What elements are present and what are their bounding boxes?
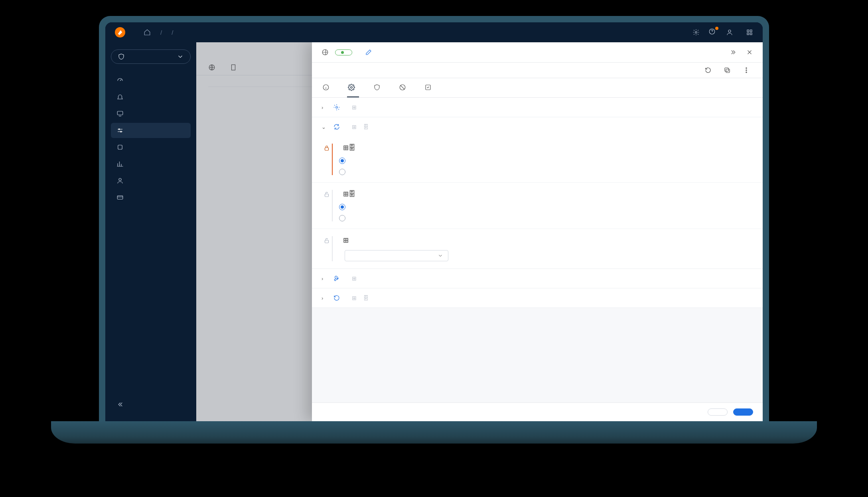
tab-exclusions[interactable]: [398, 78, 410, 97]
windows-icon: ⊞: [352, 104, 357, 110]
svg-point-0: [695, 32, 697, 34]
svg-rect-10: [118, 145, 122, 150]
svg-rect-27: [325, 194, 329, 197]
edit-icon[interactable]: [365, 49, 372, 56]
lock-icon[interactable]: [323, 144, 330, 152]
tab-overview[interactable]: [322, 78, 333, 97]
duplicate-button[interactable]: [724, 67, 734, 74]
shield-icon: [373, 84, 381, 91]
windows-icon: ⊞: [343, 237, 349, 244]
program-auto-radio[interactable]: [339, 203, 753, 210]
sidebar-item-devices[interactable]: [111, 106, 191, 121]
virus-manual-radio[interactable]: [339, 168, 753, 175]
server-icon: 🗄: [349, 190, 355, 198]
patch-icon: [116, 144, 124, 151]
sliders-icon: [116, 127, 124, 134]
sidebar-item-alerts[interactable]: [111, 89, 191, 105]
revert-button[interactable]: [704, 67, 715, 74]
chevron-down-icon: [438, 253, 443, 258]
account-selector[interactable]: [111, 49, 191, 64]
home-icon: [144, 29, 151, 36]
svg-point-19: [746, 70, 747, 71]
sidebar-item-policies[interactable]: [111, 123, 191, 138]
sidebar-item-dashboard[interactable]: [111, 73, 191, 88]
svg-rect-6: [750, 33, 752, 35]
svg-rect-4: [750, 30, 752, 32]
unlock-icon[interactable]: [323, 237, 330, 244]
chevron-down-icon: [177, 53, 184, 60]
expand-icon[interactable]: [730, 49, 737, 56]
chevron-right-icon: ›: [322, 276, 327, 282]
assign-icon: [424, 84, 432, 91]
more-icon: [743, 67, 750, 74]
svg-rect-26: [325, 148, 329, 150]
brand: [115, 27, 129, 37]
monitor-icon: [116, 110, 124, 117]
globe-icon: [322, 49, 329, 56]
section-restart[interactable]: › ⊞🗄: [312, 288, 763, 308]
sidebar-item-patches[interactable]: [111, 140, 191, 155]
save-button[interactable]: [733, 408, 753, 416]
shield-icon: [118, 53, 125, 60]
svg-point-18: [746, 68, 747, 69]
virus-definitions-updates: ⊞🗄: [312, 136, 763, 183]
collapse-icon[interactable]: [116, 401, 124, 408]
close-icon[interactable]: [746, 49, 753, 56]
server-icon: 🗄: [349, 144, 355, 152]
unlock-icon[interactable]: [323, 191, 330, 198]
sidebar-item-users[interactable]: [111, 173, 191, 188]
bell-icon: [116, 93, 124, 101]
gear-icon: [333, 104, 340, 111]
windows-icon: ⊞: [343, 144, 349, 152]
tab-general-settings[interactable]: [347, 78, 359, 97]
more-button[interactable]: [743, 67, 753, 74]
windows-icon: ⊞: [352, 295, 357, 301]
svg-rect-16: [726, 69, 730, 73]
main: › ⊞ ⌄ ⊞🗄: [196, 42, 763, 421]
tab-service-settings[interactable]: [373, 78, 385, 97]
status-pill: [335, 49, 352, 55]
svg-point-11: [119, 178, 121, 181]
cancel-button[interactable]: [708, 408, 728, 416]
app-switcher-icon[interactable]: [746, 29, 753, 36]
proxy-settings: ⊞: [312, 229, 763, 268]
sidebar: [105, 42, 196, 421]
settings-icon[interactable]: [692, 29, 700, 36]
program-updates: ⊞🗄: [312, 183, 763, 229]
virus-auto-radio[interactable]: [339, 157, 753, 164]
gauge-icon: [116, 77, 124, 84]
proxy-select[interactable]: [345, 250, 448, 261]
wrench-icon: [333, 275, 340, 282]
windows-icon: ⊞: [352, 275, 357, 282]
svg-point-22: [351, 87, 353, 89]
info-icon: [322, 84, 329, 91]
chevron-down-icon: ⌄: [322, 124, 327, 130]
sidebar-item-reports[interactable]: [111, 156, 191, 172]
section-updates[interactable]: ⌄ ⊞🗄: [312, 117, 763, 136]
section-general-settings[interactable]: › ⊞: [312, 98, 763, 117]
ban-icon: [399, 84, 406, 91]
sidebar-item-account[interactable]: [111, 190, 191, 205]
chevron-right-icon: ›: [322, 295, 327, 301]
svg-point-2: [728, 30, 731, 32]
windows-icon: ⊞: [352, 124, 357, 130]
svg-rect-7: [117, 111, 123, 115]
topbar: / /: [105, 22, 763, 42]
breadcrumb: / /: [144, 29, 178, 36]
server-icon: 🗄: [363, 124, 369, 130]
chevron-right-icon: ›: [322, 105, 327, 110]
refresh-icon: [333, 123, 340, 130]
svg-rect-17: [725, 68, 728, 71]
svg-rect-3: [747, 30, 749, 32]
tab-assignments[interactable]: [424, 78, 436, 97]
user-block[interactable]: [726, 29, 737, 36]
section-troubleshooting[interactable]: › ⊞: [312, 269, 763, 288]
user-icon: [116, 177, 124, 184]
program-manual-radio[interactable]: [339, 214, 753, 221]
help-icon[interactable]: [708, 28, 717, 37]
card-icon: [116, 194, 124, 201]
svg-point-20: [746, 72, 747, 73]
gear-icon: [348, 84, 355, 91]
server-icon: 🗄: [363, 295, 369, 301]
duplicate-icon: [724, 67, 731, 74]
